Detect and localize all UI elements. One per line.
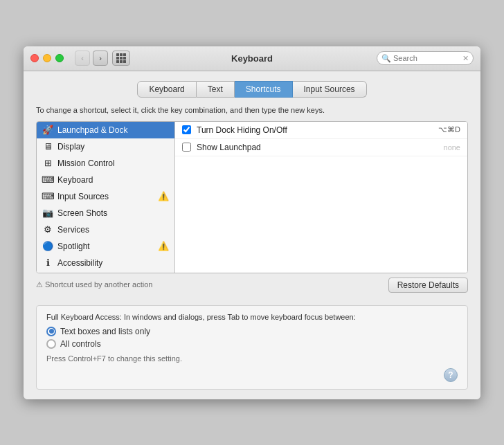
- description-text: To change a shortcut, select it, click t…: [36, 106, 468, 114]
- sidebar-item-services[interactable]: ⚙ Services: [37, 221, 174, 238]
- forward-button[interactable]: ›: [93, 51, 108, 66]
- spotlight-icon: 🔵: [42, 241, 53, 252]
- tab-keyboard[interactable]: Keyboard: [137, 81, 196, 98]
- help-button[interactable]: ?: [444, 368, 458, 382]
- sidebar-item-accessibility[interactable]: ℹ Accessibility: [37, 255, 174, 271]
- shortcut-checkbox-turn-dock-hiding[interactable]: [182, 125, 191, 134]
- minimize-button[interactable]: [43, 54, 51, 62]
- search-icon: 🔍: [381, 54, 391, 63]
- radio-option-text-boxes[interactable]: Text boxes and lists only: [46, 327, 458, 336]
- shortcut-label-show-launchpad: Show Launchpad: [197, 143, 438, 152]
- sidebar-item-screenshots[interactable]: 📷 Screen Shots: [37, 205, 174, 221]
- sidebar-label-display: Display: [57, 142, 84, 152]
- sidebar-label-services: Services: [57, 225, 89, 235]
- tab-bar: Keyboard Text Shortcuts Input Sources: [36, 81, 468, 98]
- radio-text-boxes[interactable]: [46, 327, 56, 336]
- keyboard-preferences-window: ‹ › Keyboard 🔍 ✕ Keyboard Text Shortcuts…: [24, 46, 480, 399]
- hint-text: Press Control+F7 to change this setting.: [46, 354, 458, 363]
- sidebar-label-launchpad: Launchpad & Dock: [57, 125, 127, 135]
- sidebar-item-display[interactable]: 🖥 Display: [37, 138, 174, 155]
- sidebar-label-mission-control: Mission Control: [57, 158, 115, 168]
- sidebar-label-keyboard: Keyboard: [57, 175, 93, 185]
- mission-control-icon: ⊞: [42, 158, 53, 169]
- keyboard-access-title: Full Keyboard Access: In windows and dia…: [46, 313, 458, 321]
- input-sources-icon: ⌨: [42, 191, 53, 202]
- spotlight-warning: ⚠️: [158, 241, 169, 251]
- services-icon: ⚙: [42, 224, 53, 235]
- radio-label-all-controls: All controls: [60, 339, 101, 349]
- sidebar-item-app-shortcuts[interactable]: A App Shortcuts: [37, 271, 174, 273]
- window-title: Keyboard: [231, 53, 273, 64]
- restore-defaults-button[interactable]: Restore Defaults: [388, 278, 468, 293]
- shortcut-keys-turn-dock-hiding: ⌥⌘D: [438, 125, 460, 134]
- back-button[interactable]: ‹: [75, 51, 90, 66]
- accessibility-icon: ℹ: [42, 257, 53, 269]
- screenshots-icon: 📷: [42, 208, 53, 219]
- titlebar: ‹ › Keyboard 🔍 ✕: [24, 46, 480, 71]
- shortcut-show-launchpad: Show Launchpad none: [175, 139, 467, 156]
- sidebar-item-keyboard[interactable]: ⌨ Keyboard: [37, 172, 174, 188]
- shortcuts-right-panel: Turn Dock Hiding On/Off ⌥⌘D Show Launchp…: [175, 122, 467, 273]
- tab-shortcuts[interactable]: Shortcuts: [235, 81, 293, 98]
- sidebar-item-launchpad[interactable]: 🚀 Launchpad & Dock: [37, 122, 174, 138]
- sidebar-label-input-sources: Input Sources: [57, 192, 109, 201]
- sidebar-item-input-sources[interactable]: ⌨ Input Sources ⚠️: [37, 188, 174, 205]
- keyboard-icon: ⌨: [42, 174, 53, 185]
- input-sources-warning: ⚠️: [158, 191, 169, 201]
- shortcuts-sidebar: 🚀 Launchpad & Dock 🖥 Display ⊞ Mission C…: [37, 122, 175, 273]
- maximize-button[interactable]: [55, 54, 64, 62]
- sidebar-label-spotlight: Spotlight: [57, 242, 90, 251]
- display-icon: 🖥: [42, 141, 53, 152]
- traffic-lights: [30, 54, 64, 62]
- sidebar-label-screenshots: Screen Shots: [57, 208, 107, 218]
- shortcuts-panel: 🚀 Launchpad & Dock 🖥 Display ⊞ Mission C…: [36, 121, 468, 273]
- tab-text[interactable]: Text: [197, 81, 235, 98]
- help-row: ?: [46, 363, 458, 382]
- keyboard-access-section: Full Keyboard Access: In windows and dia…: [36, 305, 468, 390]
- launchpad-icon: 🚀: [42, 125, 53, 136]
- radio-label-text-boxes: Text boxes and lists only: [60, 327, 150, 336]
- search-clear-icon[interactable]: ✕: [462, 54, 469, 63]
- apps-grid-button[interactable]: [112, 51, 130, 66]
- shortcut-label-turn-dock-hiding: Turn Dock Hiding On/Off: [197, 125, 433, 135]
- shortcut-turn-dock-hiding: Turn Dock Hiding On/Off ⌥⌘D: [175, 122, 467, 139]
- shortcut-keys-show-launchpad: none: [444, 143, 460, 152]
- grid-icon: [116, 53, 126, 63]
- sidebar-label-accessibility: Accessibility: [57, 258, 102, 268]
- search-input[interactable]: [393, 54, 462, 62]
- sidebar-item-mission-control[interactable]: ⊞ Mission Control: [37, 155, 174, 172]
- sidebar-item-spotlight[interactable]: 🔵 Spotlight ⚠️: [37, 238, 174, 255]
- radio-option-all-controls[interactable]: All controls: [46, 339, 458, 349]
- bottom-bar: ⚠ Shortcut used by another action Restor…: [36, 273, 468, 297]
- radio-all-controls[interactable]: [46, 339, 56, 349]
- warning-text: ⚠ Shortcut used by another action: [36, 280, 152, 289]
- shortcut-checkbox-show-launchpad[interactable]: [182, 143, 191, 152]
- close-button[interactable]: [30, 54, 39, 62]
- content-area: Keyboard Text Shortcuts Input Sources To…: [24, 71, 480, 399]
- tab-input-sources[interactable]: Input Sources: [293, 81, 367, 98]
- search-box[interactable]: 🔍 ✕: [377, 51, 474, 65]
- navigation-buttons: ‹ ›: [75, 51, 108, 66]
